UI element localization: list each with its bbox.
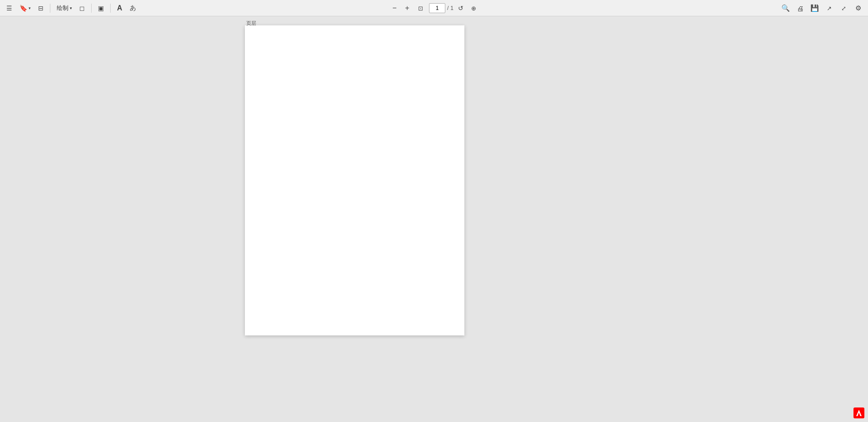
menu-icon: ☰	[6, 5, 12, 12]
bookmark-icon: 🔖	[20, 5, 27, 12]
eraser-icon: ◻	[79, 5, 85, 12]
share-button[interactable]: ↗	[823, 2, 835, 15]
filter-icon: ⊟	[38, 5, 44, 12]
draw-button[interactable]: 绘制 ▾	[54, 2, 75, 15]
translate-button[interactable]: あ	[127, 2, 139, 15]
text-icon: A	[117, 4, 122, 12]
bookmark-chevron-icon: ▾	[29, 6, 31, 10]
separator-2	[91, 4, 92, 13]
zoom-out-button[interactable]: −	[389, 3, 400, 14]
separator-3	[110, 4, 111, 13]
save-icon: 💾	[810, 4, 819, 12]
search-button[interactable]: 🔍	[779, 2, 792, 15]
eraser-button[interactable]: ◻	[77, 2, 88, 15]
draw-label: 绘制	[57, 4, 68, 12]
save-button[interactable]: 💾	[808, 2, 821, 15]
expand-icon: ⤢	[841, 5, 846, 12]
extract-button[interactable]: ⊕	[468, 3, 479, 14]
expand-button[interactable]: ⤢	[837, 2, 850, 15]
settings-button[interactable]: ⚙	[852, 2, 864, 15]
page-label: 页层	[246, 20, 256, 27]
extract-icon: ⊕	[471, 5, 476, 12]
zoom-in-icon: +	[405, 4, 409, 12]
adobe-icon	[853, 407, 864, 418]
zoom-in-button[interactable]: +	[402, 3, 413, 14]
translate-icon: あ	[130, 4, 136, 12]
search-icon: 🔍	[781, 4, 790, 12]
toolbar: ☰ 🔖 ▾ ⊟ 绘制 ▾ ◻ ▣ A あ − + ⊡ /	[0, 0, 868, 16]
fit-page-icon: ⊡	[418, 5, 423, 12]
print-icon: 🖨	[797, 5, 804, 12]
bookmark-button[interactable]: 🔖 ▾	[17, 2, 34, 15]
text-button[interactable]: A	[114, 2, 125, 15]
filter-button[interactable]: ⊟	[35, 2, 46, 15]
adobe-logo	[853, 407, 864, 418]
settings-icon: ⚙	[855, 4, 861, 12]
page-number-input[interactable]	[429, 3, 445, 13]
share-icon: ↗	[827, 5, 832, 12]
zoom-out-icon: −	[392, 4, 396, 12]
fit-page-button[interactable]: ⊡	[414, 3, 427, 14]
print-button[interactable]: 🖨	[794, 2, 806, 15]
right-controls: 🔍 🖨 💾 ↗ ⤢ ⚙	[779, 0, 864, 16]
document-page	[245, 25, 464, 335]
draw-chevron-icon: ▾	[70, 6, 72, 10]
separator-1	[50, 4, 50, 13]
menu-button[interactable]: ☰	[4, 2, 15, 15]
rotate-button[interactable]: ↺	[455, 3, 466, 14]
page-separator: /	[447, 5, 449, 11]
layout-icon: ▣	[98, 5, 104, 12]
page-total: 1	[450, 5, 454, 11]
rotate-icon: ↺	[458, 5, 463, 12]
layout-button[interactable]: ▣	[95, 2, 107, 15]
center-controls: − + ⊡ / 1 ↺ ⊕	[389, 0, 479, 16]
